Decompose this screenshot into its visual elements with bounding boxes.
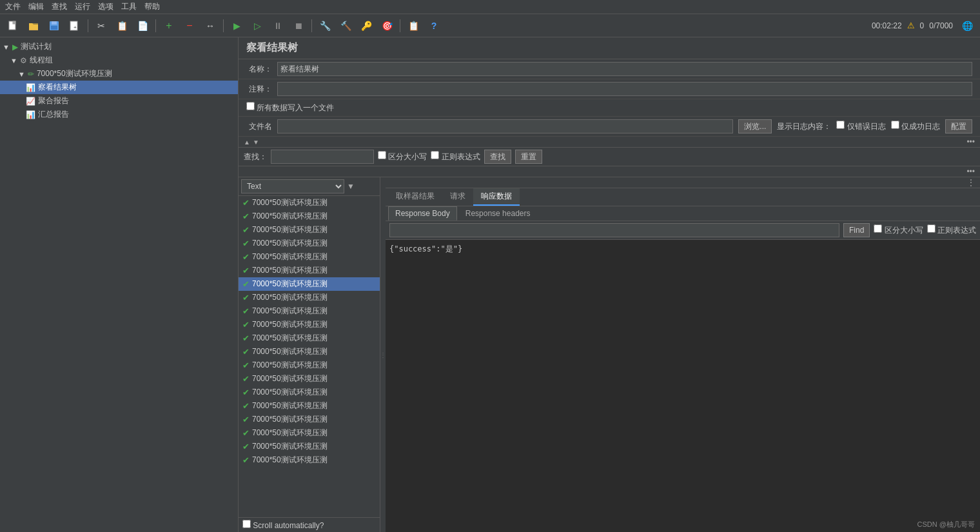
sample-item-10[interactable]: ✔ 7000*50测试环境压测 xyxy=(239,331,380,345)
sample-item-15[interactable]: ✔ 7000*50测试环境压测 xyxy=(239,399,380,413)
tree-panel: ▼ ▶ 测试计划 ▼ ⚙ 线程组 ▼ ✏ 7000*50测试环境压测 📊 察看结… xyxy=(0,37,238,532)
error-only-label[interactable]: 仅错误日志 xyxy=(836,121,885,132)
sample-item-13[interactable]: ✔ 7000*50测试环境压测 xyxy=(239,372,380,386)
pause-button[interactable]: ⏸ xyxy=(269,17,287,35)
save-as-button[interactable]: + xyxy=(66,17,84,35)
save-button[interactable] xyxy=(45,17,63,35)
content-regex[interactable]: 正则表达式 xyxy=(927,224,976,236)
down-arrow[interactable]: ▼ xyxy=(253,139,259,146)
comment-input[interactable] xyxy=(277,82,972,96)
regex-label[interactable]: 正则表达式 xyxy=(431,151,480,163)
sample-item-19[interactable]: ✔ 7000*50测试环境压测 xyxy=(239,453,380,467)
progress-display: 0/7000 xyxy=(929,21,953,30)
tab-sampler-result[interactable]: 取样器结果 xyxy=(388,188,442,206)
menu-file[interactable]: 文件 xyxy=(5,1,21,12)
case-sensitive-checkbox[interactable] xyxy=(378,151,386,159)
settings-button[interactable]: 🌐 xyxy=(958,17,976,35)
tab-request[interactable]: 请求 xyxy=(442,188,473,206)
menu-search[interactable]: 查找 xyxy=(52,1,67,12)
up-arrow[interactable]: ▲ xyxy=(244,139,250,146)
sample-item-11[interactable]: ✔ 7000*50测试环境压测 xyxy=(239,345,380,359)
all-data-checkbox[interactable] xyxy=(246,102,255,110)
menu-options[interactable]: 选项 xyxy=(98,1,113,12)
error-only-checkbox[interactable] xyxy=(836,121,845,129)
sample-item-6[interactable]: ✔ 7000*50测试环境压测 xyxy=(239,277,380,291)
cut-button[interactable]: ✂ xyxy=(92,17,110,35)
content-regex-checkbox[interactable] xyxy=(927,224,936,233)
tree-item-view-result[interactable]: 📊 察看结果树 xyxy=(0,81,238,94)
regex-checkbox[interactable] xyxy=(431,151,439,159)
run-no-pause[interactable]: ▷ xyxy=(248,17,266,35)
tree-item-agg-report[interactable]: 📈 聚合报告 xyxy=(0,94,238,108)
success-only-checkbox[interactable] xyxy=(891,121,899,129)
result-icon: 📊 xyxy=(26,83,35,92)
reset-button[interactable]: 重置 xyxy=(515,150,542,164)
paste-button[interactable]: 📄 xyxy=(133,17,152,35)
expand-button[interactable]: + xyxy=(160,17,178,35)
success-only-label[interactable]: 仅成功日志 xyxy=(891,121,940,132)
find-content-button[interactable]: Find xyxy=(843,223,870,237)
panel-title: 察看结果树 xyxy=(246,42,298,53)
menu-run[interactable]: 运行 xyxy=(75,1,90,12)
tree-item-thread-group[interactable]: ▼ ⚙ 线程组 xyxy=(0,54,238,67)
more-options-2[interactable]: ••• xyxy=(966,167,975,176)
sample-item-1[interactable]: ✔ 7000*50测试环境压测 xyxy=(239,210,380,223)
tool1-button[interactable]: 🔧 xyxy=(316,17,334,35)
sub-tab-response-body[interactable]: Response Body xyxy=(388,206,457,221)
horizontal-drag-handle[interactable]: ⋮ xyxy=(380,177,386,532)
sample-item-7[interactable]: ✔ 7000*50测试环境压测 xyxy=(239,291,380,304)
sample-item-9[interactable]: ✔ 7000*50测试环境压测 xyxy=(239,318,380,331)
filename-label: 文件名 xyxy=(246,121,272,132)
tree-item-load-test[interactable]: ▼ ✏ 7000*50测试环境压测 xyxy=(0,67,238,81)
menu-tools[interactable]: 工具 xyxy=(121,1,137,12)
tool4-button[interactable]: 🎯 xyxy=(378,17,396,35)
tab-response-data[interactable]: 响应数据 xyxy=(473,188,520,206)
sample-item-12[interactable]: ✔ 7000*50测试环境压测 xyxy=(239,359,380,372)
sample-item-3[interactable]: ✔ 7000*50测试环境压测 xyxy=(239,237,380,250)
sample-item-4[interactable]: ✔ 7000*50测试环境压测 xyxy=(239,250,380,264)
config-button[interactable]: 配置 xyxy=(945,119,972,133)
scroll-auto-label[interactable]: Scroll automatically? xyxy=(242,520,324,530)
copy-button[interactable]: 📋 xyxy=(113,17,131,35)
search-input[interactable] xyxy=(271,150,374,164)
scroll-auto-checkbox[interactable] xyxy=(242,520,251,528)
sample-item-2[interactable]: ✔ 7000*50测试环境压测 xyxy=(239,223,380,237)
content-case-checkbox[interactable] xyxy=(874,224,882,233)
sample-item-0[interactable]: ✔ 7000*50测试环境压测 xyxy=(239,196,380,210)
sample-item-16[interactable]: ✔ 7000*50测试环境压测 xyxy=(239,413,380,426)
run-button[interactable]: ▶ xyxy=(228,17,246,35)
sub-tab-response-headers[interactable]: Response headers xyxy=(458,206,538,221)
open-button[interactable] xyxy=(24,17,43,35)
sample-item-5[interactable]: ✔ 7000*50测试环境压测 xyxy=(239,264,380,277)
tree-item-summary-report[interactable]: 📊 汇总报告 xyxy=(0,108,238,121)
content-case-sensitive[interactable]: 区分大小写 xyxy=(874,224,923,236)
sample-item-14[interactable]: ✔ 7000*50测试环境压测 xyxy=(239,386,380,399)
menu-help[interactable]: 帮助 xyxy=(144,1,160,12)
scroll-auto-text: Scroll automatically? xyxy=(253,521,324,530)
sample-item-17[interactable]: ✔ 7000*50测试环境压测 xyxy=(239,426,380,440)
sidebar: ▼ ▶ 测试计划 ▼ ⚙ 线程组 ▼ ✏ 7000*50测试环境压测 📊 察看结… xyxy=(0,37,239,532)
main-layout: ▼ ▶ 测试计划 ▼ ⚙ 线程组 ▼ ✏ 7000*50测试环境压测 📊 察看结… xyxy=(0,37,980,532)
new-button[interactable] xyxy=(4,17,22,35)
toggle-button[interactable]: ↔ xyxy=(201,17,219,35)
find-button[interactable]: 查找 xyxy=(484,150,511,164)
sample-item-18[interactable]: ✔ 7000*50测试环境压测 xyxy=(239,440,380,453)
stop-button[interactable]: ⏹ xyxy=(289,17,308,35)
type-select[interactable]: Text JSON XML HTML Boundary CSS/JQuery X… xyxy=(241,179,344,193)
content-more-options[interactable]: ⋮ xyxy=(967,178,975,187)
all-data-label[interactable]: 所有数据写入一个文件 xyxy=(246,103,334,112)
filename-input[interactable] xyxy=(277,119,733,133)
collapse-button[interactable]: − xyxy=(181,17,199,35)
help-button[interactable]: ? xyxy=(425,17,443,35)
name-input[interactable] xyxy=(277,62,972,76)
tool2-button[interactable]: 🔨 xyxy=(337,17,355,35)
case-sensitive-label[interactable]: 区分大小写 xyxy=(378,151,427,163)
list-button[interactable]: 📋 xyxy=(404,17,422,35)
tool3-button[interactable]: 🔑 xyxy=(357,17,375,35)
menu-edit[interactable]: 编辑 xyxy=(28,1,44,12)
sample-item-8[interactable]: ✔ 7000*50测试环境压测 xyxy=(239,304,380,318)
more-options-1[interactable]: ••• xyxy=(966,137,975,146)
tree-item-test-plan[interactable]: ▼ ▶ 测试计划 xyxy=(0,40,238,54)
browse-button[interactable]: 浏览... xyxy=(738,119,772,133)
content-search-input[interactable] xyxy=(389,223,839,237)
